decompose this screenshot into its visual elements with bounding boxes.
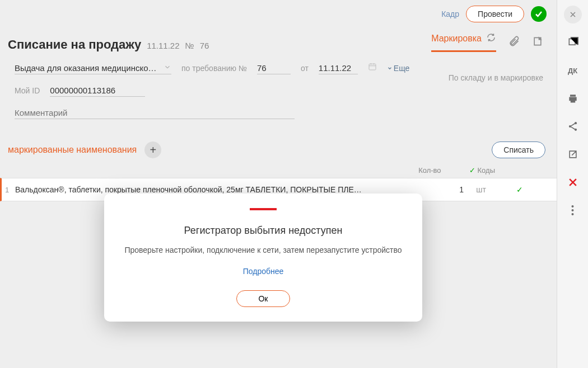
- svg-point-5: [572, 205, 574, 207]
- chevron-down-icon: [387, 64, 393, 73]
- kadr-link[interactable]: Кадр: [441, 10, 459, 18]
- reason-value: Выдача для оказания медицинской по…: [15, 63, 160, 73]
- marked-items-heading: маркированные наименования: [8, 145, 137, 155]
- modal-stripe: [250, 208, 277, 210]
- svg-point-6: [572, 209, 574, 211]
- modal-more-link[interactable]: Подробнее: [243, 267, 284, 276]
- success-badge-icon: [531, 6, 547, 22]
- col-qty: Кол-во: [418, 166, 441, 174]
- attachment-icon[interactable]: [508, 36, 520, 49]
- chevron-down-icon: [164, 63, 171, 73]
- process-button[interactable]: Провести: [466, 6, 524, 22]
- svg-rect-0: [369, 64, 376, 70]
- close-icon[interactable]: [564, 6, 582, 23]
- error-modal: Регистратор выбытия недоступен Проверьте…: [104, 194, 422, 322]
- modal-title: Регистратор выбытия недоступен: [120, 225, 407, 237]
- from-label: от: [301, 64, 309, 73]
- row-qty: 1: [430, 185, 464, 194]
- modal-message: Проверьте настройки, подключение к сети,…: [120, 246, 407, 254]
- write-off-button[interactable]: Списать: [492, 141, 545, 158]
- title-num-prefix: №: [185, 41, 194, 50]
- row-unit: шт: [464, 185, 486, 194]
- comment-input[interactable]: [15, 107, 295, 119]
- from-date-field[interactable]: 11.11.22: [319, 62, 358, 74]
- reason-select[interactable]: Выдача для оказания медицинской по…: [15, 62, 171, 74]
- calendar-icon[interactable]: [368, 62, 377, 73]
- delete-icon[interactable]: [564, 173, 582, 191]
- more-label: Еще: [394, 64, 410, 73]
- row-codes-check-icon: ✓: [486, 185, 553, 194]
- tab-marking-label: Маркировка: [431, 34, 482, 44]
- svg-point-7: [572, 213, 574, 215]
- share-icon[interactable]: [564, 117, 582, 135]
- title-num: 76: [200, 41, 209, 50]
- check-icon: ✓: [469, 166, 475, 174]
- modal-ok-button[interactable]: Ок: [236, 290, 290, 307]
- refresh-icon[interactable]: [486, 32, 496, 45]
- row-index: 1: [5, 186, 15, 194]
- add-item-button[interactable]: +: [144, 141, 161, 158]
- page-title: Списание на продажу: [8, 37, 141, 52]
- demand-label: по требованию №: [181, 64, 247, 73]
- external-link-icon[interactable]: [564, 145, 582, 163]
- myid-label: Мой ID: [15, 86, 40, 95]
- windows-icon[interactable]: [564, 34, 582, 51]
- col-codes: Коды: [478, 166, 495, 174]
- tab-marking[interactable]: Маркировка: [431, 32, 496, 52]
- myid-field[interactable]: 00000000113186: [50, 84, 145, 97]
- title-date: 11.11.22: [147, 41, 179, 50]
- demand-number-field[interactable]: 76: [257, 62, 291, 74]
- row-name: Вальдоксан®, таблетки, покрытые пленочно…: [15, 185, 430, 194]
- warehouse-marking-link[interactable]: По складу и в маркировке: [449, 62, 549, 82]
- more-menu-icon[interactable]: [564, 201, 582, 219]
- notes-icon[interactable]: [532, 36, 543, 49]
- print-icon[interactable]: [564, 89, 582, 107]
- dk-label[interactable]: ДК: [564, 62, 582, 79]
- more-link[interactable]: Еще: [387, 64, 410, 73]
